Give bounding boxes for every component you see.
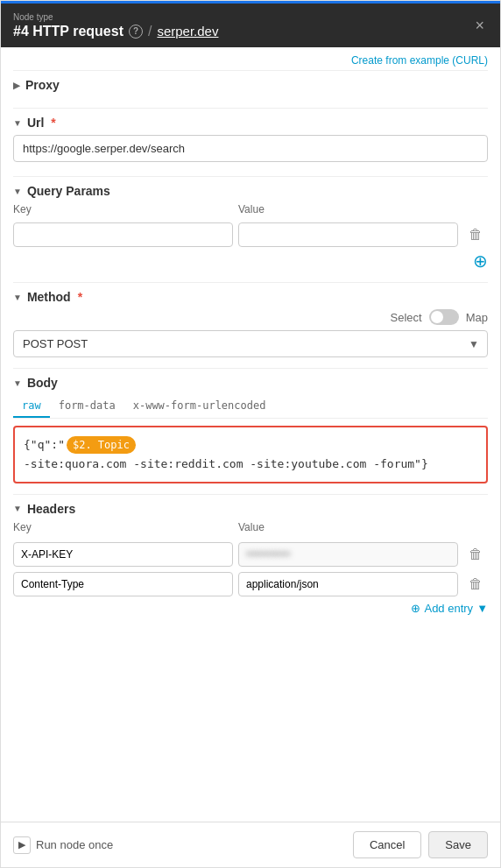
node-type-label: Node type <box>13 12 218 22</box>
header-value-1-blurred[interactable]: •••••••••••• <box>238 542 458 567</box>
header-value-2[interactable] <box>238 572 458 596</box>
method-required-star: * <box>78 290 82 304</box>
header-value-column-label: Value <box>238 521 458 537</box>
footer: ▶ Run node once Cancel Save <box>1 822 500 867</box>
topic-variable-chip[interactable]: $2. Topic <box>67 436 136 454</box>
body-chevron-icon: ▼ <box>13 378 22 388</box>
tab-form-data[interactable]: form-data <box>50 395 124 418</box>
cancel-button[interactable]: Cancel <box>353 831 421 858</box>
run-node-label: Run node once <box>36 838 113 851</box>
body-section-header[interactable]: ▼ Body <box>13 368 488 395</box>
body-section: ▼ Body raw form-data x-www-form-urlencod… <box>13 368 488 483</box>
method-section-header[interactable]: ▼ Method * <box>13 282 488 309</box>
tab-urlencoded[interactable]: x-www-form-urlencoded <box>124 395 275 418</box>
run-node-button[interactable]: ▶ Run node once <box>13 836 113 854</box>
body-prefix-text: {"q":" <box>24 436 65 454</box>
run-icon: ▶ <box>13 836 31 854</box>
proxy-chevron-icon: ▶ <box>13 81 20 90</box>
proxy-section-header[interactable]: ▶ Proxy <box>13 70 488 97</box>
url-required-star: * <box>51 116 55 130</box>
create-from-example-link[interactable]: Create from example (CURL) <box>13 47 488 70</box>
add-query-param-icon[interactable]: ⊕ <box>473 251 488 272</box>
method-select[interactable]: POST POST GET PUT DELETE PATCH <box>13 330 488 357</box>
url-chevron-icon: ▼ <box>13 118 22 128</box>
body-suffix-text: -site:quora.com -site:reddit.com -site:y… <box>24 455 428 473</box>
method-label: Method <box>27 290 71 304</box>
tab-raw[interactable]: raw <box>13 395 50 418</box>
toggle-knob <box>431 311 443 323</box>
header-delete-icon-1[interactable]: 🗑 <box>463 547 488 562</box>
query-params-chevron-icon: ▼ <box>13 187 22 196</box>
select-label: Select <box>391 311 422 324</box>
header-row-1: •••••••••••• 🗑 <box>13 542 488 567</box>
header-key-2[interactable] <box>13 572 233 596</box>
key-column-label: Key <box>13 203 233 219</box>
close-button[interactable]: × <box>471 14 488 37</box>
help-icon[interactable]: ? <box>129 25 143 39</box>
query-params-header[interactable]: ▼ Query Params <box>13 176 488 203</box>
query-params-section: ▼ Query Params Key Value 🗑 ⊕ <box>13 176 488 272</box>
add-entry-circle-icon: ⊕ <box>411 602 420 615</box>
url-section: ▼ Url * <box>13 108 488 166</box>
query-params-label: Query Params <box>27 184 110 198</box>
url-section-header[interactable]: ▼ Url * <box>13 108 488 135</box>
body-editor[interactable]: {"q":"$2. Topic -site:quora.com -site:re… <box>13 426 488 483</box>
method-section: ▼ Method * Select Map POST POST GET PUT … <box>13 282 488 357</box>
header-row-2: 🗑 <box>13 572 488 596</box>
add-entry-label[interactable]: Add entry <box>424 602 473 615</box>
url-input[interactable] <box>13 135 488 162</box>
node-type-value: #4 HTTP request <box>13 24 123 39</box>
save-button[interactable]: Save <box>428 831 488 858</box>
method-chevron-icon: ▼ <box>13 293 22 302</box>
map-label: Map <box>466 311 488 324</box>
body-label: Body <box>27 376 58 390</box>
query-param-key-input[interactable] <box>13 222 233 247</box>
proxy-section: ▶ Proxy <box>13 70 488 97</box>
url-label: Url <box>27 116 44 130</box>
proxy-label: Proxy <box>25 78 60 92</box>
headers-chevron-icon: ▼ <box>13 504 22 513</box>
body-tabs: raw form-data x-www-form-urlencoded <box>13 395 488 419</box>
headers-label: Headers <box>27 502 75 516</box>
headers-section: ▼ Headers Key Value •••••••••••• 🗑 🗑 <box>13 494 488 615</box>
add-entry-chevron-icon: ▼ <box>476 602 488 615</box>
query-param-value-input[interactable] <box>238 222 458 247</box>
select-map-toggle[interactable] <box>429 309 459 325</box>
value-column-label: Value <box>238 203 458 219</box>
add-header-entry-row[interactable]: ⊕ Add entry ▼ <box>13 602 488 615</box>
header-key-1[interactable] <box>13 542 233 567</box>
query-param-delete-icon[interactable]: 🗑 <box>463 227 488 243</box>
headers-section-header[interactable]: ▼ Headers <box>13 494 488 521</box>
header-key-column-label: Key <box>13 521 233 537</box>
header-delete-icon-2[interactable]: 🗑 <box>463 576 488 592</box>
node-name: serper.dev <box>157 24 218 39</box>
